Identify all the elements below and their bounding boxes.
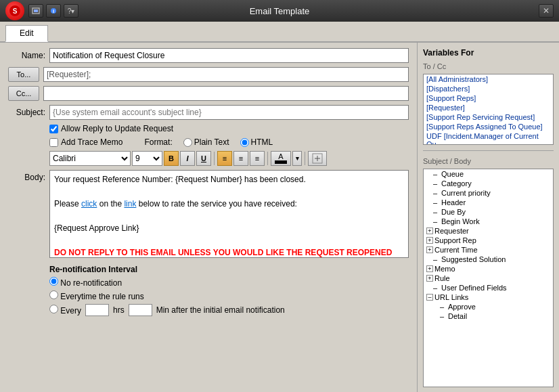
to-button[interactable]: To...	[8, 67, 39, 82]
tree-queue[interactable]: – Queue	[424, 169, 553, 179]
var-requester[interactable]: [Requester]	[424, 103, 553, 112]
html-radio[interactable]	[240, 138, 249, 147]
plain-text-option[interactable]: Plain Text	[183, 137, 229, 147]
cc-row: Cc...	[8, 86, 409, 101]
tree-detail[interactable]: – Detail	[424, 311, 553, 321]
tab-edit[interactable]: Edit	[5, 25, 48, 42]
min-input[interactable]	[129, 304, 152, 316]
tree-expander-url[interactable]: –	[426, 294, 433, 301]
tab-bar: Edit	[0, 22, 559, 43]
tree-suggested-solution[interactable]: – Suggested Solution	[424, 255, 553, 264]
tree-dash-category: –	[433, 179, 440, 188]
tree-category[interactable]: – Category	[424, 179, 553, 188]
renotif-option1-radio[interactable]	[49, 277, 58, 286]
editor-content: Your request Reference Number: {Request …	[54, 175, 404, 257]
close-button[interactable]: ✕	[539, 4, 554, 18]
hrs-input[interactable]	[85, 304, 109, 316]
renotif-option2-row: Everytime the rule runs	[49, 290, 409, 301]
subject-body-tree: – Queue – Category – Current priority – …	[423, 169, 554, 387]
html-option[interactable]: HTML	[240, 137, 273, 147]
tree-requester-group[interactable]: + Requester	[424, 226, 553, 236]
tree-begin-work[interactable]: – Begin Work	[424, 217, 553, 226]
insert-button[interactable]	[308, 151, 327, 166]
renotif-option2-radio[interactable]	[49, 290, 58, 299]
divider	[423, 150, 554, 151]
align-left-button[interactable]: ≡	[217, 151, 232, 166]
tree-priority-label: Current priority	[441, 189, 491, 197]
color-button[interactable]: A	[271, 151, 291, 166]
allow-reply-checkbox-label[interactable]: Allow Reply to Update Request	[49, 124, 173, 133]
tree-expander-current-time[interactable]: +	[426, 246, 433, 253]
underline-button[interactable]: U	[196, 151, 211, 166]
bold-button[interactable]: B	[164, 151, 179, 166]
var-support-reps[interactable]: [Support Reps]	[424, 93, 553, 103]
tree-udf[interactable]: – User Defined Fields	[424, 283, 553, 292]
var-support-reps-queue[interactable]: [Support Reps Assigned To Queue]	[424, 122, 553, 131]
subject-body-label: Subject / Body	[423, 156, 554, 166]
plain-text-radio[interactable]	[183, 138, 192, 147]
name-input[interactable]	[49, 48, 409, 63]
align-right-button[interactable]: ≡	[250, 151, 265, 166]
tree-rule-label: Rule	[434, 274, 450, 282]
variables-title: Variables For	[423, 48, 554, 59]
add-trace-memo-text: Add Trace Memo	[61, 137, 122, 147]
tree-header[interactable]: – Header	[424, 198, 553, 207]
toolbar-btn-help[interactable]: ?▾	[64, 4, 79, 18]
subject-row: Subject:	[8, 105, 409, 120]
main-content: Name: To... Cc... Subject: Allow Reply t…	[0, 43, 559, 392]
allow-reply-checkbox[interactable]	[49, 125, 58, 133]
var-udf-manager[interactable]: UDF [Incident.Manager of Current Qu	[424, 131, 553, 145]
renotif-option2-text: Everytime the rule runs	[60, 292, 143, 301]
var-all-admins[interactable]: [All Administrators]	[424, 74, 553, 84]
toolbar-btn-2[interactable]: i	[46, 4, 61, 18]
to-cc-label: To / Cc	[423, 62, 554, 71]
tree-url-links-group[interactable]: – URL Links	[424, 292, 553, 302]
italic-button[interactable]: I	[180, 151, 195, 166]
tree-requester-label: Requester	[434, 227, 469, 235]
tree-expander-requester[interactable]: +	[426, 227, 433, 234]
toolbar-btn-1[interactable]	[28, 4, 43, 18]
add-trace-memo-checkbox[interactable]	[49, 138, 58, 147]
tree-memo-group[interactable]: + Memo	[424, 264, 553, 274]
body-row: Body: Your request Reference Number: {Re…	[8, 170, 409, 258]
cc-button[interactable]: Cc...	[8, 86, 39, 101]
renotif-option1-label[interactable]: No re-notification	[49, 277, 122, 288]
tree-support-rep-group[interactable]: + Support Rep	[424, 236, 553, 245]
tree-url-label: URL Links	[434, 293, 468, 301]
toolbar-sep-3	[305, 152, 305, 165]
name-row: Name:	[8, 48, 409, 63]
subject-input[interactable]	[49, 105, 409, 120]
trace-format-row: Add Trace Memo Format: Plain Text HTML	[8, 137, 409, 147]
tree-dash-udf: –	[433, 284, 440, 292]
var-dispatchers[interactable]: [Dispatchers]	[424, 84, 553, 93]
tree-rule-group[interactable]: + Rule	[424, 274, 553, 283]
color-dropdown[interactable]: ▾	[292, 151, 302, 166]
tree-approve[interactable]: – Approve	[424, 302, 553, 311]
subject-label: Subject:	[8, 108, 45, 117]
align-center-button[interactable]: ≡	[233, 151, 248, 166]
renotif-option3-label[interactable]: Every	[49, 305, 81, 315]
cc-input[interactable]	[43, 86, 409, 101]
editor-area[interactable]: Your request Reference Number: {Request …	[49, 170, 409, 258]
add-trace-memo-label[interactable]: Add Trace Memo	[49, 137, 122, 147]
font-select[interactable]: Calibri	[49, 151, 131, 166]
right-panel: Variables For To / Cc [All Administrator…	[417, 43, 559, 392]
tree-expander-rule[interactable]: +	[426, 275, 433, 282]
var-support-rep-servicing[interactable]: [Support Rep Servicing Request]	[424, 112, 553, 122]
hrs-label: hrs	[113, 305, 125, 315]
tree-current-priority[interactable]: – Current priority	[424, 188, 553, 198]
tree-expander-memo[interactable]: +	[426, 265, 433, 272]
renotif-option3-row: Every hrs Min after the initial email no…	[49, 304, 409, 316]
size-select[interactable]: 9 10 12	[132, 151, 162, 166]
tree-support-rep-label: Support Rep	[434, 236, 476, 244]
window-title: Email Template	[250, 6, 310, 16]
renotif-option2-label[interactable]: Everytime the rule runs	[49, 290, 144, 301]
allow-reply-label: Allow Reply to Update Request	[61, 124, 173, 133]
to-input[interactable]	[43, 67, 409, 82]
renotif-option3-radio[interactable]	[49, 305, 58, 313]
tree-current-time-group[interactable]: + Current Time	[424, 245, 553, 255]
renotif-option1-text: No re-notification	[60, 278, 122, 288]
tree-memo-label: Memo	[434, 265, 455, 273]
tree-expander-support-rep[interactable]: +	[426, 237, 433, 244]
tree-due-by[interactable]: – Due By	[424, 207, 553, 217]
